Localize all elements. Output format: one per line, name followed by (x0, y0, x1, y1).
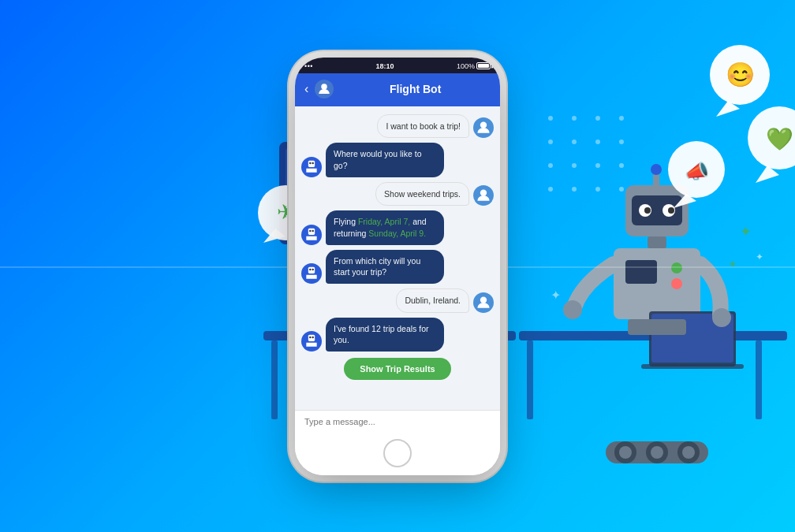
svg-point-62 (671, 278, 682, 289)
user-message: I want to book a trip! (377, 114, 469, 139)
back-button[interactable]: ‹ (304, 82, 308, 96)
date-highlight: Friday, April 7, (358, 217, 410, 226)
svg-point-31 (548, 116, 553, 121)
svg-point-66 (563, 300, 582, 319)
date-highlight: Sunday, April 9. (368, 229, 426, 238)
status-bar: ••• 18:10 100% (295, 58, 500, 73)
user-avatar (473, 117, 494, 138)
svg-text:✦: ✦ (728, 258, 737, 270)
svg-text:📣: 📣 (685, 159, 710, 184)
bot-avatar (301, 157, 322, 177)
home-button[interactable] (383, 439, 412, 467)
bot-avatar (301, 263, 322, 284)
svg-point-96 (309, 269, 312, 271)
svg-point-61 (671, 262, 682, 273)
battery-status: 100% (457, 62, 491, 70)
svg-rect-60 (625, 260, 657, 284)
svg-point-46 (619, 187, 624, 192)
svg-text:✦: ✦ (551, 288, 561, 302)
svg-rect-99 (308, 335, 315, 341)
svg-rect-59 (614, 248, 700, 319)
svg-point-67 (712, 308, 731, 327)
bot-avatar (301, 225, 322, 245)
svg-point-55 (668, 207, 674, 214)
svg-point-40 (572, 163, 577, 168)
svg-point-43 (548, 187, 553, 192)
svg-rect-88 (308, 160, 315, 166)
svg-rect-95 (308, 267, 315, 273)
svg-point-101 (312, 337, 314, 339)
chat-header: ‹ Flight Bot (295, 73, 500, 106)
phone-frame: ••• 18:10 100% ‹ Flight Bot (295, 58, 500, 475)
message-input-area (295, 410, 500, 433)
svg-point-33 (595, 116, 600, 121)
svg-text:💚: 💚 (766, 126, 793, 152)
user-message: Dublin, Ireland. (396, 288, 469, 313)
chat-title: Flight Bot (340, 83, 491, 95)
show-results-button[interactable]: Show Trip Results (344, 358, 450, 380)
message-row: I've found 12 trip deals for you. (301, 318, 494, 352)
svg-point-94 (312, 229, 314, 232)
svg-rect-49 (756, 340, 762, 419)
svg-point-98 (480, 296, 487, 303)
phone-mockup: ••• 18:10 100% ‹ Flight Bot (295, 58, 500, 475)
svg-point-35 (548, 140, 553, 144)
svg-point-42 (619, 163, 624, 168)
message-row: Flying Friday, April 7, and returning Su… (301, 210, 494, 244)
svg-rect-10 (271, 340, 278, 419)
svg-point-97 (312, 269, 314, 271)
svg-point-90 (312, 162, 314, 164)
svg-point-36 (572, 140, 577, 144)
bot-message: Where would you like to go? (326, 143, 444, 177)
svg-point-37 (595, 140, 600, 144)
svg-rect-68 (628, 319, 686, 335)
bot-avatar-header (315, 80, 334, 99)
bot-avatar (301, 331, 322, 352)
message-row: I want to book a trip! (301, 114, 494, 139)
svg-point-75 (682, 446, 695, 459)
svg-text:✈: ✈ (277, 200, 294, 224)
home-bar (295, 433, 500, 475)
svg-point-73 (619, 446, 632, 459)
svg-point-32 (572, 116, 577, 121)
svg-point-54 (644, 207, 651, 214)
svg-point-86 (322, 84, 328, 90)
svg-point-91 (480, 190, 487, 196)
message-row: Dublin, Ireland. (301, 288, 494, 313)
svg-point-45 (595, 187, 600, 192)
svg-point-38 (619, 140, 624, 144)
message-row: From which city will you start your trip… (301, 250, 494, 284)
bot-message-dates: Flying Friday, April 7, and returning Su… (326, 210, 444, 244)
svg-rect-56 (653, 173, 659, 188)
message-row: Where would you like to go? (301, 143, 494, 177)
signal-dots: ••• (304, 62, 313, 70)
bot-message-deals: I've found 12 trip deals for you. (326, 318, 444, 352)
svg-point-89 (309, 162, 312, 164)
svg-text:✦: ✦ (740, 224, 752, 240)
svg-point-34 (619, 116, 624, 121)
user-avatar (473, 185, 494, 206)
svg-point-41 (595, 163, 600, 168)
user-avatar (473, 292, 494, 313)
svg-point-74 (651, 446, 663, 459)
svg-point-93 (309, 229, 312, 232)
svg-rect-65 (641, 364, 744, 369)
svg-rect-92 (308, 228, 315, 234)
svg-point-39 (548, 163, 553, 168)
message-row: Show weekend trips. (301, 182, 494, 206)
svg-point-44 (572, 187, 577, 192)
message-input[interactable] (304, 417, 491, 426)
battery-icon (476, 62, 491, 69)
user-message: Show weekend trips. (375, 182, 469, 206)
time-display: 18:10 (375, 62, 394, 70)
svg-point-87 (480, 122, 487, 128)
svg-rect-58 (648, 236, 666, 248)
svg-point-100 (309, 337, 312, 339)
battery-percentage: 100% (457, 62, 475, 70)
svg-point-57 (651, 164, 662, 175)
chat-messages[interactable]: I want to book a trip! Where would you l… (295, 106, 500, 410)
svg-rect-48 (527, 340, 533, 419)
svg-text:✦: ✦ (756, 251, 763, 262)
svg-text:😊: 😊 (726, 61, 756, 89)
bot-message: From which city will you start your trip… (326, 250, 444, 284)
